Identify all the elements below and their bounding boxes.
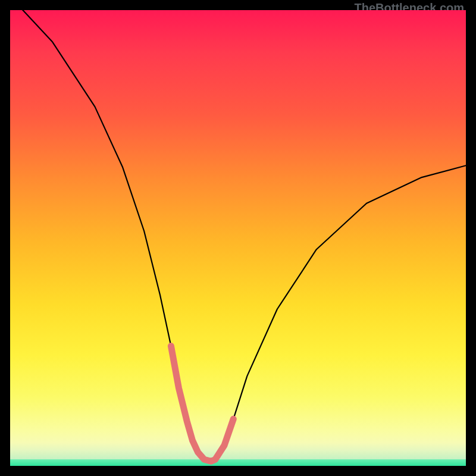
near-bottom-highlight (171, 346, 233, 462)
chart-stage: TheBottleneck.com (0, 0, 476, 476)
curve-layer (10, 10, 466, 466)
bottleneck-curve (10, 10, 466, 461)
plot-area (10, 10, 466, 466)
